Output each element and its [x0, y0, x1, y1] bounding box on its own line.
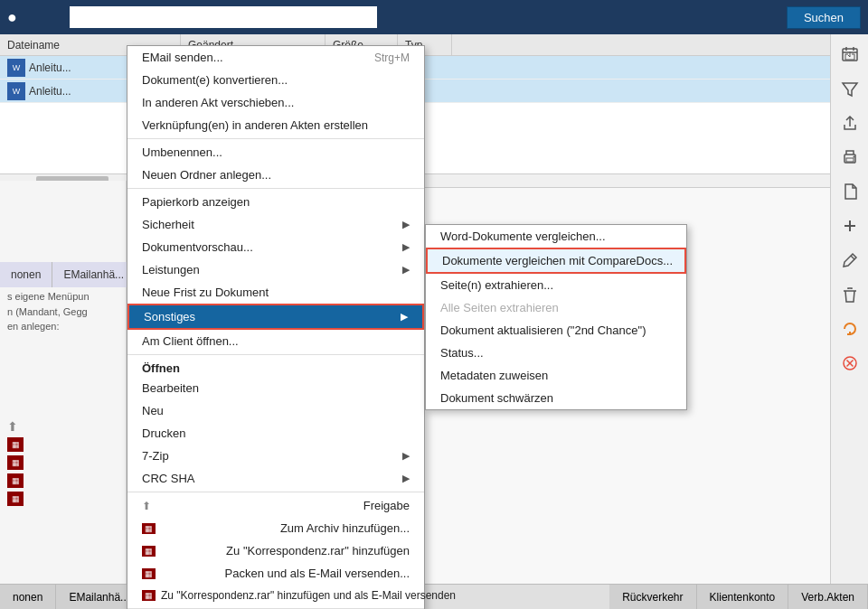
menu-item-korrespondenz-rar[interactable]: ▦ Zu "Korrespondenz.rar" hinzufügen	[127, 539, 424, 562]
submenu-arrow: ▶	[402, 241, 410, 253]
menu-item-umbenennen[interactable]: Umbenennen...	[127, 141, 424, 164]
menu-item-archiv-hinzufuegen[interactable]: ▦ Zum Archiv hinzufügen...	[127, 517, 424, 539]
action-row[interactable]: ▦	[7, 492, 119, 506]
menu-item-sonstiges[interactable]: Sonstiges ▶	[127, 304, 424, 330]
file-icon: W	[7, 59, 25, 77]
archive-icon-2: ▦	[7, 455, 24, 470]
menu-item-crc-sha[interactable]: CRC SHA ▶	[127, 467, 424, 490]
menu-item-email-senden[interactable]: EMail senden... Strg+M	[127, 46, 424, 69]
document-icon[interactable]	[836, 179, 863, 204]
menu-item-papierkorb[interactable]: Papierkorb anzeigen	[127, 191, 424, 213]
menu-divider-3	[127, 354, 424, 355]
menu-item-dokumentvorschau[interactable]: Dokumentvorschau... ▶	[127, 236, 424, 258]
action-row[interactable]: ▦	[7, 473, 119, 488]
menu-item-freigabe[interactable]: ⬆ Freigabe	[127, 494, 424, 517]
info-line2: n (Mandant, Gegg	[7, 304, 125, 320]
submenu-arrow: ▶	[402, 473, 410, 484]
menu-shortcut: Strg+M	[374, 52, 410, 64]
tab-emailanhaenge[interactable]: EMailanhä...	[52, 262, 136, 287]
share-icon[interactable]	[836, 110, 863, 136]
menu-item-neu[interactable]: Neu	[127, 399, 424, 422]
submenu-arrow: ▶	[401, 311, 408, 323]
tab-klientenkonto[interactable]: Klientenkonto	[697, 585, 789, 609]
archive-icon-4: ▦	[142, 590, 156, 601]
menu-item-7zip[interactable]: 7-Zip ▶	[127, 445, 424, 467]
file-icon: W	[7, 82, 25, 100]
submenu-item-compare-docs[interactable]: Dokumente vergleichen mit CompareDocs...	[426, 248, 686, 274]
action-icons-area: ⬆ ▦ ▦ ▦ ▦	[0, 416, 127, 510]
share-small-icon: ⬆	[7, 419, 18, 434]
archive-icon-3: ▦	[7, 473, 24, 488]
archive-icon-1: ▦	[142, 523, 156, 534]
context-menu: EMail senden... Strg+M Dokument(e) konve…	[127, 45, 425, 609]
submenu-item-alle-seiten: Alle Seiten extrahieren	[426, 296, 686, 319]
svg-point-7	[853, 156, 854, 158]
submenu-item-aktualisieren[interactable]: Dokument aktualisieren ("2nd Chance")	[426, 319, 686, 342]
toolbar: ● Suchen	[0, 0, 868, 34]
action-row[interactable]: ▦	[7, 455, 119, 470]
menu-item-neue-frist[interactable]: Neue Frist zu Dokument	[127, 281, 424, 304]
right-sidebar	[830, 34, 868, 584]
tab-none[interactable]: nonen	[0, 262, 52, 287]
add-icon[interactable]	[836, 213, 863, 239]
submenu-arrow: ▶	[402, 264, 410, 276]
menu-item-sicherheit[interactable]: Sicherheit ▶	[127, 213, 424, 236]
menu-item-leistungen[interactable]: Leistungen ▶	[127, 258, 424, 281]
menu-item-verschieben[interactable]: In anderen Akt verschieben...	[127, 91, 424, 114]
delete-icon[interactable]	[836, 282, 863, 307]
left-info-panel	[0, 181, 127, 584]
tab-rueckverkehr[interactable]: Rückverkehr	[609, 585, 696, 609]
tab-verb-akten[interactable]: Verb.Akten	[788, 585, 868, 609]
archive-icon-4: ▦	[7, 492, 24, 506]
calendar-export-icon[interactable]	[836, 42, 863, 67]
print-icon[interactable]	[836, 145, 863, 170]
archive-icon-3: ▦	[142, 568, 156, 579]
menu-item-verknuepfung[interactable]: Verknüpfung(en) in anderen Akten erstell…	[127, 114, 424, 136]
submenu-item-schwaerzen[interactable]: Dokument schwärzen	[426, 387, 686, 409]
search-button[interactable]: Suchen	[787, 6, 861, 29]
tab-nonen[interactable]: nonen	[0, 585, 56, 609]
action-row[interactable]: ⬆	[7, 419, 119, 434]
menu-divider-4	[127, 492, 424, 492]
search-bar	[70, 6, 377, 28]
submenu-item-word-vergleichen[interactable]: Word-Dokumente vergleichen...	[426, 225, 686, 248]
info-line1: s eigene Menüpun	[7, 289, 125, 304]
filter-icon[interactable]	[836, 76, 863, 101]
info-line3: en anlegen:	[7, 319, 125, 334]
refresh-icon[interactable]	[836, 316, 863, 342]
tab-strip: nonen EMailanhä...	[0, 262, 127, 287]
svg-rect-6	[846, 158, 854, 162]
submenu-arrow: ▶	[402, 450, 410, 462]
freigabe-icon: ⬆	[142, 500, 151, 512]
close-circle-icon[interactable]	[836, 351, 863, 376]
menu-divider-2	[127, 188, 424, 189]
submenu: Word-Dokumente vergleichen... Dokumente …	[425, 224, 687, 410]
submenu-item-seiten-extrahieren[interactable]: Seite(n) extrahieren...	[426, 274, 686, 296]
menu-item-am-client[interactable]: Am Client öffnen...	[127, 330, 424, 352]
info-text-area: s eigene Menüpun n (Mandant, Gegg en anl…	[7, 289, 125, 334]
submenu-item-status[interactable]: Status...	[426, 342, 686, 364]
archive-icon-2: ▦	[142, 546, 156, 557]
menu-item-konvertieren[interactable]: Dokument(e) konvertieren...	[127, 69, 424, 91]
submenu-arrow: ▶	[402, 219, 410, 230]
submenu-item-metadaten[interactable]: Metadaten zuweisen	[426, 364, 686, 387]
menu-item-korrespondenz-email[interactable]: ▦ Zu "Korrespondenz.rar" hinzufügen und …	[127, 585, 424, 606]
svg-marker-4	[843, 83, 857, 96]
menu-section-oeffnen: Öffnen	[127, 357, 424, 377]
edit-icon[interactable]	[836, 248, 863, 273]
menu-item-bearbeiten[interactable]: Bearbeiten	[127, 377, 424, 399]
action-row[interactable]: ▦	[7, 437, 119, 452]
archive-icon-1: ▦	[7, 437, 24, 452]
menu-item-drucken[interactable]: Drucken	[127, 422, 424, 445]
svg-line-10	[851, 256, 854, 259]
app-icon: ●	[7, 8, 17, 27]
menu-divider-1	[127, 138, 424, 139]
menu-item-neuer-ordner[interactable]: Neuen Ordner anlegen...	[127, 164, 424, 186]
menu-item-packen-email[interactable]: ▦ Packen und als E-Mail versenden...	[127, 562, 424, 585]
